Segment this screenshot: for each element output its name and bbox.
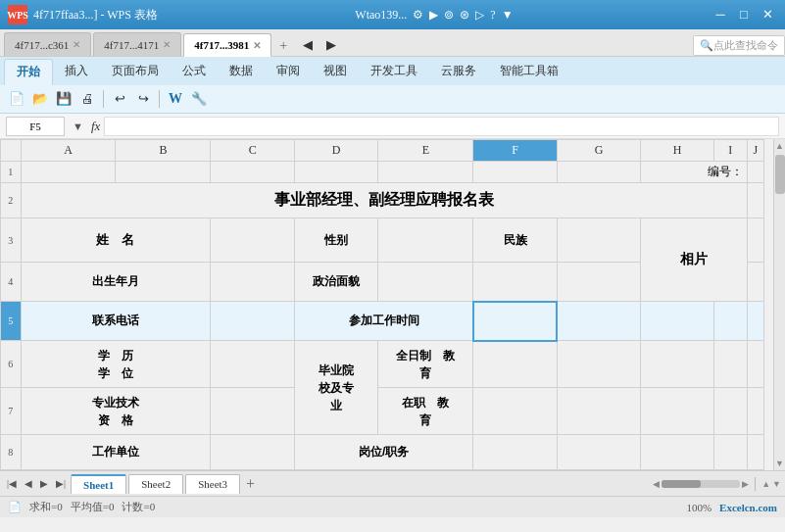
scroll-down-btn[interactable]: ▼ [775,459,784,470]
col-header-D[interactable]: D [294,140,378,162]
cell-F4[interactable] [473,263,558,302]
cell-H7[interactable] [641,388,713,435]
ribbon-tab-cloud[interactable]: 云服务 [429,59,488,85]
tab-3-close[interactable]: ✕ [253,40,261,51]
sheet-nav-prev[interactable]: ◀ [22,478,35,489]
ribbon-tab-tools[interactable]: 智能工具箱 [488,59,570,85]
cell-C7[interactable] [211,388,295,435]
cell-H8[interactable] [641,435,713,470]
col-header-C[interactable]: C [211,140,295,162]
cell-C8[interactable] [211,435,295,470]
ribbon-tab-home[interactable]: 开始 [4,59,53,85]
horizontal-scrollbar-track[interactable] [662,480,740,488]
tab-1[interactable]: 4f717...c361 ✕ [4,32,91,56]
cell-E4[interactable] [378,263,473,302]
redo-btn[interactable]: ↪ [132,88,154,110]
minimize-btn[interactable]: ─ [711,6,730,24]
cell-A8[interactable]: 工作单位 [21,435,211,470]
cell-D1[interactable] [294,162,378,183]
new-tab-btn[interactable]: + [273,36,293,56]
cell-I8[interactable] [713,435,747,470]
col-header-J[interactable]: J [747,140,763,162]
maximize-btn[interactable]: □ [734,6,754,24]
cell-A5[interactable]: 联系电话 [21,302,211,341]
cell-H1[interactable]: 编号： [641,162,747,183]
ribbon-tab-layout[interactable]: 页面布局 [100,59,171,85]
undo-btn[interactable]: ↩ [109,88,130,110]
close-btn[interactable]: ✕ [758,6,777,24]
col-header-I[interactable]: I [713,140,747,162]
cell-G7[interactable] [557,388,641,435]
cell-J5[interactable] [747,302,763,341]
cell-F8[interactable] [473,435,558,470]
cell-J7[interactable] [747,388,763,435]
cell-J6[interactable] [747,341,763,388]
vscroll2-up[interactable]: ▲ [761,479,770,489]
cell-J3[interactable] [747,218,763,263]
command-search-box[interactable]: 🔍 点此查找命令 [693,35,785,56]
sheet-tab-3[interactable]: Sheet3 [185,474,240,494]
cell-E6[interactable]: 全日制 教育 [378,341,473,388]
cell-E1[interactable] [378,162,473,183]
cell-G5[interactable] [557,302,641,341]
ribbon-tab-view[interactable]: 视图 [312,59,359,85]
cell-J1[interactable] [747,162,763,183]
print-btn[interactable]: 🖨 [76,88,98,110]
add-sheet-btn[interactable]: + [242,475,259,493]
sheet-nav-last[interactable]: ▶| [53,478,69,489]
cell-A4[interactable]: 出生年月 [21,263,211,302]
cell-I7[interactable] [713,388,747,435]
cell-A7[interactable]: 专业技术资 格 [21,388,211,435]
horizontal-scrollbar-thumb[interactable] [662,480,701,488]
cell-G6[interactable] [557,341,641,388]
cell-J2[interactable] [747,183,763,218]
cell-C6[interactable] [211,341,295,388]
cell-reference[interactable]: F5 [6,117,65,136]
cell-C3[interactable] [211,218,295,263]
col-header-F[interactable]: F [473,140,558,162]
cell-F7[interactable] [473,388,558,435]
cell-I5[interactable] [713,302,747,341]
cell-J4[interactable] [747,263,763,302]
hscroll-left[interactable]: ◀ [653,479,660,489]
cell-A6[interactable]: 学 历学 位 [21,341,211,388]
scroll-thumb[interactable] [775,155,785,194]
cell-photo[interactable]: 相片 [641,218,747,302]
tab-scroll-left[interactable]: ◀ [297,34,319,56]
cell-F5[interactable] [473,302,558,341]
sheet-tab-1[interactable]: Sheet1 [71,474,126,494]
cell-H6[interactable] [641,341,713,388]
ribbon-tab-dev[interactable]: 开发工具 [359,59,429,85]
vertical-scrollbar[interactable]: ▲ ▼ [773,139,785,470]
cell-C5[interactable] [211,302,295,341]
tab-2[interactable]: 4f717...4171 ✕ [93,32,181,56]
cell-C1[interactable] [211,162,295,183]
sheet-nav-next[interactable]: ▶ [37,478,51,489]
col-header-G[interactable]: G [557,140,641,162]
col-header-E[interactable]: E [378,140,473,162]
cell-E3[interactable] [378,218,473,263]
cell-A3[interactable]: 姓 名 [21,218,211,263]
wps-format-btn[interactable]: W [165,88,186,110]
cell-G4[interactable] [557,263,641,302]
format-btn[interactable]: 🔧 [188,88,210,110]
col-header-H[interactable]: H [641,140,713,162]
cell-I6[interactable] [713,341,747,388]
cell-G1[interactable] [557,162,641,183]
col-header-A[interactable]: A [21,140,116,162]
cell-F6[interactable] [473,341,558,388]
cell-C4[interactable] [211,263,295,302]
formula-input[interactable] [104,117,779,136]
ribbon-tab-insert[interactable]: 插入 [53,59,100,85]
ribbon-tab-data[interactable]: 数据 [218,59,265,85]
ribbon-tab-formula[interactable]: 公式 [171,59,218,85]
expand-cell-btn[interactable]: ▼ [69,121,87,132]
cell-F1[interactable] [473,162,558,183]
cell-G8[interactable] [557,435,641,470]
cell-E7[interactable]: 在职 教育 [378,388,473,435]
cell-D5[interactable]: 参加工作时间 [294,302,472,341]
sheet-tab-2[interactable]: Sheet2 [128,474,183,494]
cell-D6[interactable]: 毕业院校及专业 [294,341,378,435]
hscroll-right[interactable]: ▶ [742,479,749,489]
cell-G3[interactable] [557,218,641,263]
